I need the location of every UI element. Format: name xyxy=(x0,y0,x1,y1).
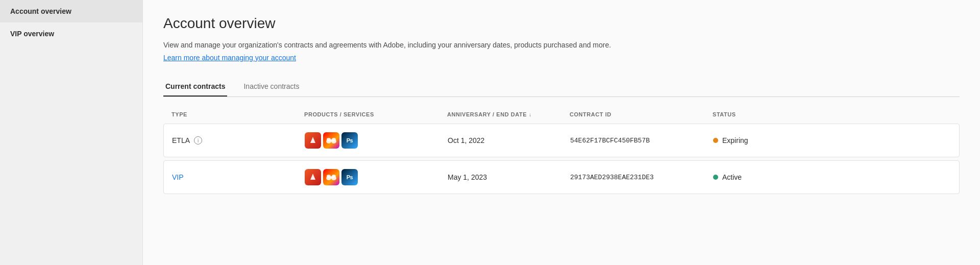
status-text-expiring: Expiring xyxy=(722,136,748,144)
acrobat-icon xyxy=(305,132,321,149)
col-header-products: PRODUCTS / SERVICES xyxy=(304,111,447,117)
cell-products-row1: Ps xyxy=(305,132,448,149)
product-icons-row1: Ps xyxy=(305,132,358,149)
cell-contract-id-row1: 54E62F17BCFC450FB57B xyxy=(570,137,713,144)
table-row: ETLA i xyxy=(163,124,960,157)
learn-more-link[interactable]: Learn more about managing your account xyxy=(163,54,296,62)
tab-inactive-contracts[interactable]: Inactive contracts xyxy=(241,77,301,97)
col-header-status: STATUS xyxy=(713,111,789,117)
page-description: View and manage your organization's cont… xyxy=(163,40,960,51)
cell-status-row2: Active xyxy=(713,173,790,181)
cell-anniversary-row2: May 1, 2023 xyxy=(448,173,570,181)
sort-down-icon: ↓ xyxy=(529,112,532,117)
svg-point-9 xyxy=(332,175,336,178)
cell-status-row1: Expiring xyxy=(713,136,790,144)
sidebar-item-vip-overview[interactable]: VIP overview xyxy=(0,22,142,45)
cell-type-etla: ETLA i xyxy=(172,136,305,144)
cell-type-vip: VIP xyxy=(172,173,305,181)
creative-cloud-icon xyxy=(323,132,339,149)
main-content: Account overview View and manage your or… xyxy=(143,0,980,265)
svg-point-4 xyxy=(332,138,336,141)
svg-point-8 xyxy=(327,175,331,178)
col-header-anniversary[interactable]: ANNIVERSARY / END DATE ↓ xyxy=(447,111,570,117)
contract-type-vip[interactable]: VIP xyxy=(172,173,184,181)
col-header-type: TYPE xyxy=(172,111,304,117)
svg-point-3 xyxy=(327,138,331,141)
sidebar: Account overview VIP overview xyxy=(0,0,143,265)
photoshop-icon: Ps xyxy=(341,169,358,185)
photoshop-icon: Ps xyxy=(341,132,358,149)
cell-products-row2: Ps xyxy=(305,169,448,185)
page-title: Account overview xyxy=(163,15,960,32)
creative-cloud-icon xyxy=(323,169,339,185)
table-header: TYPE PRODUCTS / SERVICES ANNIVERSARY / E… xyxy=(163,107,960,122)
sidebar-item-account-overview[interactable]: Account overview xyxy=(0,0,142,22)
cell-anniversary-row1: Oct 1, 2022 xyxy=(448,136,570,144)
cell-contract-id-row2: 29173AED2938EAE231DE3 xyxy=(570,174,713,181)
product-icons-row2: Ps xyxy=(305,169,358,185)
status-dot-expiring xyxy=(713,138,718,143)
info-icon[interactable]: i xyxy=(194,136,202,144)
status-dot-active xyxy=(713,175,718,180)
app-layout: Account overview VIP overview Account ov… xyxy=(0,0,980,265)
contract-type-etla: ETLA xyxy=(172,136,190,144)
tab-current-contracts[interactable]: Current contracts xyxy=(163,77,227,97)
table-row: VIP xyxy=(163,160,960,194)
status-text-active: Active xyxy=(722,173,742,181)
acrobat-icon xyxy=(305,169,321,185)
col-header-contract-id: CONTRACT ID xyxy=(570,111,713,117)
contracts-tabs: Current contracts Inactive contracts xyxy=(163,77,960,97)
